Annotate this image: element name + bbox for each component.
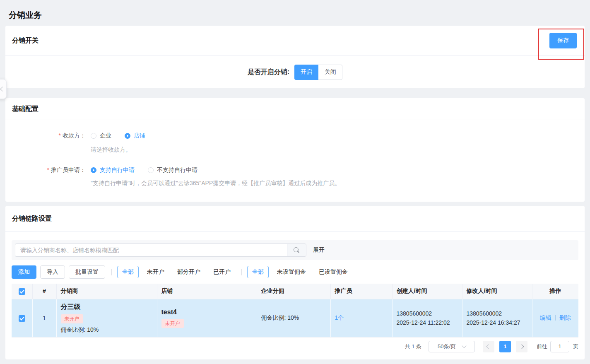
payee-label-text: 收款方： (63, 132, 86, 139)
required-mark: * (59, 132, 61, 139)
promoter-options: 支持自行申请 不支持自行申请 (91, 166, 211, 174)
table-toolbar: 添加 导入 批量设置 全部 未开户 部分开户 已开户 全部 未设置佣金 已设置佣… (12, 265, 578, 279)
prev-page-icon (486, 344, 491, 349)
shop-cell: test4 未开户 (157, 299, 257, 337)
toggle-label: 是否开启分销: (248, 68, 289, 77)
promoter-label: *推广员申请： (5, 166, 86, 174)
column-promoters: 推广员 (330, 284, 392, 299)
distributors-table: # 分销商 店铺 企业分佣 推广员 创建人/时间 修改人/时间 操作 1 分三级… (12, 284, 578, 337)
enterprise-commission-cell: 佣金比例: 10% (257, 299, 330, 337)
page-number-1[interactable]: 1 (499, 341, 511, 352)
shop-status-badge: 未开户 (161, 319, 184, 328)
promoters-cell: 1个 (330, 299, 392, 337)
switch-card-body: 是否开启分销: 开启 关闭 (5, 56, 585, 88)
expand-link[interactable]: 展开 (313, 246, 325, 254)
search-panel: 展开 (12, 240, 578, 260)
next-page-icon (519, 344, 524, 349)
column-created: 创建人/时间 (392, 284, 462, 299)
chain-settings-title: 分销链路设置 (12, 215, 52, 223)
payee-options: 企业 店铺 (91, 132, 159, 140)
promoter-form-row: *推广员申请： 支持自行申请 不支持自行申请 (5, 166, 585, 174)
toggle-off-button[interactable]: 关闭 (318, 65, 342, 80)
search-icon (294, 247, 300, 253)
distributor-commission: 佣金比例: 10% (61, 326, 153, 334)
radio-promoter-self-apply[interactable]: 支持自行申请 (91, 166, 135, 174)
delete-link[interactable]: 删除 (559, 314, 571, 321)
next-page-button[interactable] (516, 341, 527, 352)
created-cell: 13805600002 2025-12-24 11:22:02 (392, 299, 462, 337)
radio-label: 不支持自行申请 (157, 166, 197, 174)
page-title: 分销业务 (0, 0, 590, 26)
goto-unit: 页 (573, 343, 578, 350)
toolbar-divider (241, 269, 242, 275)
account-filter-not-opened[interactable]: 未开户 (142, 266, 169, 278)
modified-at: 2025-12-24 16:34:27 (467, 318, 528, 327)
switch-card-header: 分销开关 保存 (5, 26, 585, 56)
switch-card-title: 分销开关 (12, 36, 39, 45)
created-by: 13805600002 (397, 309, 458, 318)
basic-config-title: 基础配置 (12, 105, 39, 113)
action-separator (555, 315, 556, 321)
select-all-checkbox[interactable] (19, 288, 25, 295)
radio-label: 店铺 (134, 132, 145, 140)
commission-filter-all[interactable]: 全部 (247, 266, 269, 278)
account-filter-opened[interactable]: 已开户 (209, 266, 235, 278)
distributor-status-badge: 未开户 (61, 314, 83, 323)
distributor-cell: 分三级 未开户 佣金比例: 10% (56, 299, 157, 337)
promoter-label-text: 推广员申请： (51, 166, 86, 173)
save-button[interactable]: 保存 (549, 33, 577, 48)
collapse-icon (0, 87, 5, 91)
promoters-count-link[interactable]: 1个 (335, 314, 344, 321)
page-size-value: 50条/页 (438, 343, 456, 350)
payee-form-row: *收款方： 企业 店铺 (5, 132, 585, 140)
switch-card: 分销开关 保存 是否开启分销: 开启 关闭 (5, 26, 585, 88)
edit-link[interactable]: 编辑 (540, 314, 551, 321)
header-checkbox-cell (12, 284, 32, 299)
row-checkbox[interactable] (19, 315, 25, 322)
goto-label: 前往 (537, 343, 547, 350)
pagination: 共 1 条 50条/页 1 前往 页 (12, 341, 578, 352)
basic-config-header: 基础配置 (5, 98, 585, 120)
payee-help-text: 请选择收款方。 (91, 146, 585, 154)
add-button[interactable]: 添加 (12, 265, 36, 279)
search-input[interactable] (15, 243, 287, 257)
prev-page-button[interactable] (483, 341, 494, 352)
toolbar-divider (111, 269, 112, 275)
import-button[interactable]: 导入 (40, 265, 65, 279)
column-actions: 操作 (532, 284, 578, 299)
commission-filter-unset[interactable]: 未设置佣金 (272, 266, 311, 278)
required-mark: * (47, 166, 49, 173)
pagination-total: 共 1 条 (405, 343, 421, 350)
radio-icon (91, 133, 96, 139)
radio-checked-icon (125, 133, 130, 139)
account-filter-partially-opened[interactable]: 部分开户 (173, 266, 205, 278)
radio-payee-enterprise[interactable]: 企业 (91, 132, 111, 140)
chain-settings-card: 分销链路设置 展开 添加 导入 批量设置 全部 未开户 部分开户 已开户 全部 … (5, 206, 585, 359)
goto-page-input[interactable] (550, 341, 569, 352)
promoter-help-text: "支持自行申请"时，会员可以通过"云诊365"APP提交申请，经【推广员审核】通… (91, 180, 585, 188)
actions-cell: 编辑删除 (532, 299, 578, 337)
radio-icon (148, 167, 154, 173)
distribution-toggle: 开启 关闭 (294, 65, 342, 80)
radio-payee-shop[interactable]: 店铺 (125, 132, 145, 140)
toggle-on-button[interactable]: 开启 (294, 65, 318, 80)
radio-checked-icon (91, 167, 96, 173)
row-index: 1 (32, 299, 56, 337)
table-row: 1 分三级 未开户 佣金比例: 10% test4 未开户 佣金比例: 10% … (12, 299, 578, 337)
row-checkbox-cell (12, 299, 32, 337)
created-at: 2025-12-24 11:22:02 (397, 318, 458, 327)
account-filter-all[interactable]: 全部 (117, 266, 139, 278)
modified-by: 13805600002 (467, 309, 528, 318)
search-button[interactable] (287, 243, 306, 257)
radio-promoter-no-self-apply[interactable]: 不支持自行申请 (148, 166, 197, 174)
commission-filter-set[interactable]: 已设置佣金 (314, 266, 352, 278)
modified-cell: 13805600002 2025-12-24 16:34:27 (462, 299, 532, 337)
select-chevron-icon (462, 343, 466, 348)
sidebar-collapse-handle[interactable] (0, 79, 7, 99)
radio-label: 支持自行申请 (100, 166, 135, 174)
batch-settings-button[interactable]: 批量设置 (69, 265, 105, 279)
column-enterprise-commission: 企业分佣 (257, 284, 330, 299)
page-size-select[interactable]: 50条/页 (429, 341, 475, 352)
chain-settings-header: 分销链路设置 (5, 206, 585, 232)
payee-label: *收款方： (5, 132, 86, 140)
